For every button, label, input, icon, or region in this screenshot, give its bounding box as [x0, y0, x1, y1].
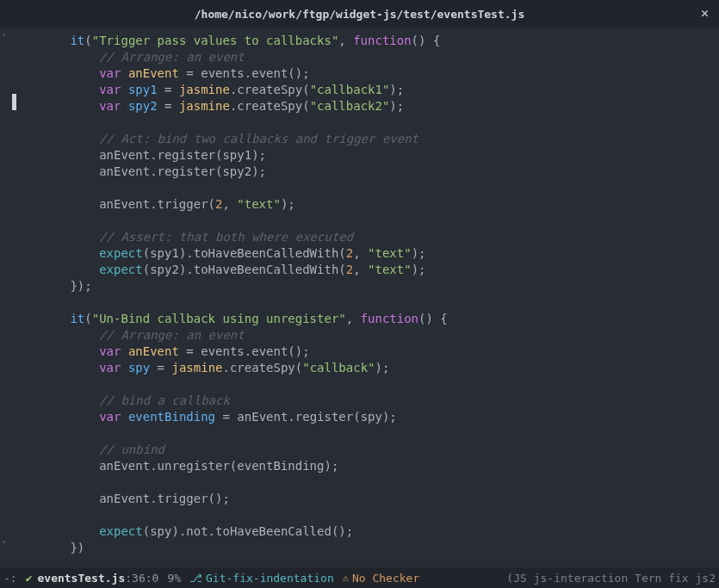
modeline-modified: -:	[3, 572, 17, 585]
check-icon: ✔	[26, 572, 33, 585]
modeline-position: :36:0	[125, 572, 158, 585]
window-title: /home/nico/work/ftgp/widget-js/test/even…	[195, 8, 525, 21]
modeline-filename: eventsTest.js	[37, 572, 125, 585]
modeline: -: ✔ eventsTest.js:36:0 9% ⎇ Git-fix-ind…	[0, 567, 719, 588]
git-branch-icon: ⎇	[189, 572, 202, 585]
code-content[interactable]: it("Trigger pass values to callbacks", f…	[0, 33, 719, 556]
text-cursor	[12, 94, 16, 110]
editor-area[interactable]: ▴ it("Trigger pass values to callbacks",…	[0, 28, 719, 567]
close-icon[interactable]: ✕	[701, 5, 709, 21]
scroll-down-arrow: ▾	[2, 537, 7, 547]
modeline-modes: (JS js-interaction Tern fix js2	[506, 572, 716, 585]
scroll-up-arrow: ▴	[2, 29, 7, 39]
window-titlebar: /home/nico/work/ftgp/widget-js/test/even…	[0, 0, 719, 28]
modeline-checker: No Checker	[352, 572, 419, 585]
modeline-git-branch: Git-fix-indentation	[206, 572, 334, 585]
warning-icon: ⚠	[343, 572, 349, 584]
modeline-percent: 9%	[167, 572, 181, 585]
